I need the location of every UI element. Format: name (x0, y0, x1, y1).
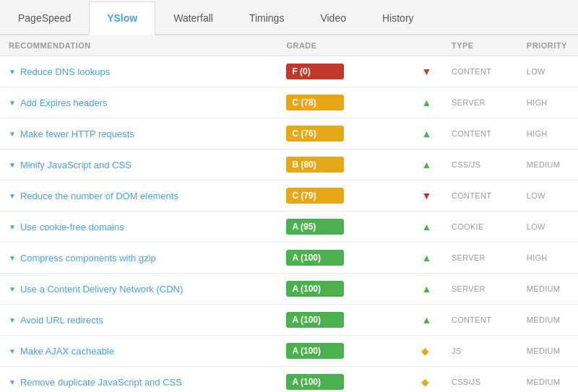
table-row: ▼ Avoid URL redirects A (100) ▲CONTENTME… (0, 305, 578, 336)
chevron-icon[interactable]: ▼ (9, 161, 16, 169)
tab-video[interactable]: Video (302, 1, 364, 35)
col-header-recommendation: Recommendation (0, 35, 277, 56)
chevron-icon[interactable]: ▼ (9, 285, 16, 293)
tab-timings[interactable]: Timings (231, 1, 303, 35)
recommendation-link[interactable]: Minify JavaScript and CSS (20, 160, 131, 170)
grade-bar: C (79) (286, 188, 344, 204)
type-cell: JS (443, 336, 518, 367)
trend-up-icon: ▲ (421, 221, 431, 232)
table-header: Recommendation Grade Type Priority (0, 35, 578, 56)
recommendation-link[interactable]: Make AJAX cacheable (20, 346, 114, 357)
trend-up-icon: ▲ (421, 283, 431, 295)
priority-cell: MEDIUM (518, 336, 578, 367)
type-cell: SERVER (443, 274, 518, 305)
tab-waterfall[interactable]: Waterfall (155, 1, 231, 35)
priority-cell: LOW (518, 180, 578, 212)
trend-up-icon: ▲ (421, 314, 431, 326)
priority-cell: HIGH (518, 118, 578, 149)
table-row: ▼ Reduce DNS lookups F (0) ▼CONTENTLOW (0, 56, 578, 87)
tab-history[interactable]: History (364, 1, 432, 35)
recommendation-link[interactable]: Make fewer HTTP requests (20, 129, 134, 139)
grade-bar: A (95) (286, 219, 344, 235)
type-cell: CSS/JS (443, 149, 518, 180)
col-header-grade: Grade (277, 35, 413, 56)
trend-down-icon: ▼ (421, 190, 431, 201)
chevron-icon[interactable]: ▼ (9, 192, 16, 200)
trend-down-icon: ▼ (421, 66, 431, 77)
type-cell: CONTENT (443, 305, 518, 336)
trend-up-icon: ▲ (421, 128, 431, 139)
priority-cell: LOW (518, 212, 578, 243)
col-header-trend (413, 35, 443, 56)
recommendation-link[interactable]: Reduce the number of DOM elements (20, 191, 178, 201)
trend-up-icon: ▲ (421, 97, 431, 108)
chevron-icon[interactable]: ▼ (9, 130, 16, 138)
type-cell: CONTENT (443, 56, 518, 87)
yslow-table: Recommendation Grade Type Priority ▼ Red… (0, 35, 578, 392)
grade-bar: A (100) (286, 250, 344, 266)
chevron-icon[interactable]: ▼ (9, 254, 16, 262)
priority-cell: HIGH (518, 243, 578, 274)
chevron-icon[interactable]: ▼ (9, 316, 16, 324)
table-row: ▼ Make AJAX cacheable A (100) ◆JSMEDIUM (0, 336, 578, 367)
grade-bar: A (100) (286, 312, 344, 328)
grade-bar: F (0) (286, 64, 344, 79)
grade-bar: C (76) (286, 126, 344, 141)
priority-cell: MEDIUM (518, 274, 578, 305)
tab-bar: PageSpeed YSlow Waterfall Timings Video … (0, 0, 578, 35)
trend-up-icon: ▲ (421, 159, 431, 170)
recommendation-link[interactable]: Add Expires headers (20, 97, 108, 108)
type-cell: COOKIE (443, 212, 518, 243)
grade-bar: B (80) (286, 157, 344, 173)
tab-pagespeed[interactable]: PageSpeed (0, 1, 89, 35)
recommendation-link[interactable]: Remove duplicate JavaScript and CSS (20, 377, 182, 388)
trend-up-icon: ▲ (421, 252, 431, 263)
priority-cell: MEDIUM (518, 305, 578, 336)
trend-diamond-icon: ◆ (421, 345, 429, 357)
chevron-icon[interactable]: ▼ (9, 99, 16, 107)
recommendation-link[interactable]: Compress components with gzip (20, 253, 156, 263)
chevron-icon[interactable]: ▼ (9, 378, 16, 386)
col-header-priority: Priority (518, 35, 578, 56)
priority-cell: MEDIUM (518, 367, 578, 393)
table-row: ▼ Minify JavaScript and CSS B (80) ▲CSS/… (0, 149, 578, 180)
recommendation-link[interactable]: Avoid URL redirects (20, 315, 103, 326)
chevron-icon[interactable]: ▼ (9, 68, 16, 76)
type-cell: CONTENT (443, 180, 518, 212)
chevron-icon[interactable]: ▼ (9, 347, 16, 355)
recommendation-link[interactable]: Reduce DNS lookups (20, 66, 110, 77)
table-row: ▼ Use cookie-free domains A (95) ▲COOKIE… (0, 212, 578, 243)
grade-bar: A (100) (286, 343, 344, 359)
tab-yslow[interactable]: YSlow (89, 1, 155, 35)
priority-cell: LOW (518, 56, 578, 87)
priority-cell: MEDIUM (518, 149, 578, 180)
table-row: ▼ Add Expires headers C (78) ▲SERVERHIGH (0, 87, 578, 118)
type-cell: CONTENT (443, 118, 518, 149)
type-cell: CSS/JS (443, 367, 518, 393)
chevron-icon[interactable]: ▼ (9, 223, 16, 231)
grade-bar: A (100) (286, 374, 344, 390)
type-cell: SERVER (443, 87, 518, 118)
priority-cell: HIGH (518, 87, 578, 118)
table-row: ▼ Make fewer HTTP requests C (76) ▲CONTE… (0, 118, 578, 149)
table-row: ▼ Compress components with gzip A (100) … (0, 243, 578, 274)
trend-diamond-icon: ◆ (421, 376, 429, 388)
grade-bar: C (78) (286, 95, 344, 110)
table-row: ▼ Use a Content Delivery Network (CDN) A… (0, 274, 578, 305)
grade-bar: A (100) (286, 281, 344, 297)
col-header-type: Type (443, 35, 518, 56)
recommendation-link[interactable]: Use a Content Delivery Network (CDN) (20, 284, 183, 295)
type-cell: SERVER (443, 243, 518, 274)
table-row: ▼ Reduce the number of DOM elements C (7… (0, 180, 578, 212)
table-row: ▼ Remove duplicate JavaScript and CSS A … (0, 367, 578, 393)
recommendation-link[interactable]: Use cookie-free domains (20, 222, 124, 232)
